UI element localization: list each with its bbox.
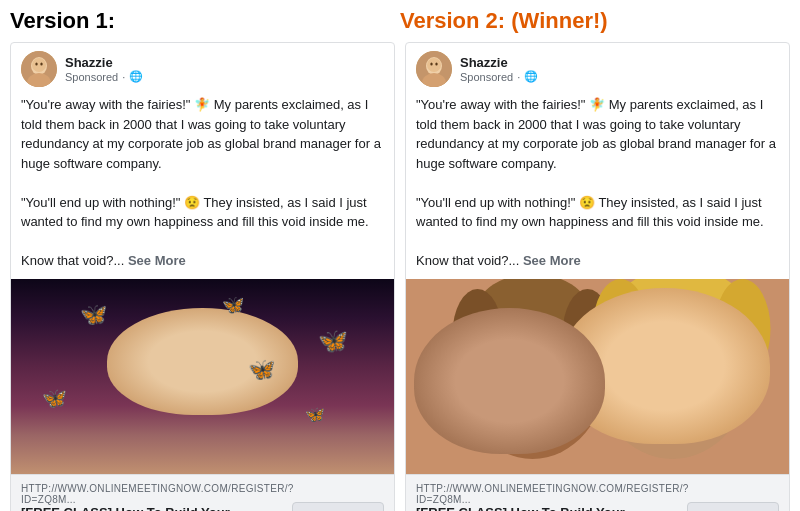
card-v2-link-section: HTTP://WWW.ONLINEMEETINGNOW.COM/REGISTER…	[406, 474, 789, 512]
butterfly-1: 🦋	[80, 302, 107, 328]
svg-point-3	[32, 58, 46, 72]
card-v1-header-text: Shazzie Sponsored · 🌐	[65, 55, 143, 83]
svg-point-27	[563, 289, 613, 379]
page-name-v1: Shazzie	[65, 55, 143, 70]
learn-more-btn-v2[interactable]: Learn More	[687, 502, 779, 511]
v2-face-graphic	[406, 279, 789, 474]
avatar-v1-image	[21, 51, 57, 87]
globe-icon-v2: 🌐	[524, 70, 538, 83]
sponsored-text-v2: Sponsored	[460, 71, 513, 83]
v1-face-graphic: 🦋 🦋 🦋 🦋 🦋 🦋	[11, 279, 394, 474]
link-url-v1: HTTP://WWW.ONLINEMEETINGNOW.COM/REGISTER…	[21, 483, 284, 505]
svg-point-19	[593, 279, 753, 459]
svg-point-15	[493, 307, 573, 391]
link-title-v2: [FREE CLASS] How To Build Your Business	[416, 505, 679, 512]
sponsored-row-v2: Sponsored · 🌐	[460, 70, 538, 83]
avatar-v1	[21, 51, 57, 87]
svg-point-29	[593, 279, 649, 379]
learn-more-btn-v1[interactable]: Learn More	[292, 502, 384, 511]
card-v2-header: Shazzie Sponsored · 🌐	[406, 43, 789, 91]
svg-point-23	[688, 330, 698, 342]
link-title-v1: [FREE CLASS] How To Build Your Business	[21, 505, 284, 512]
globe-icon-v1: 🌐	[129, 70, 143, 83]
card-v1-image: 🦋 🦋 🦋 🦋 🦋 🦋	[11, 279, 394, 474]
svg-point-4	[35, 63, 37, 66]
svg-point-17	[541, 338, 551, 350]
butterfly-2: 🦋	[222, 294, 244, 316]
sponsored-dot-v2: ·	[517, 71, 520, 83]
svg-point-24	[667, 351, 695, 363]
version1-title: Version 1:	[10, 8, 400, 34]
card-v1: Shazzie Sponsored · 🌐 "You're away with …	[10, 42, 395, 511]
svg-point-20	[623, 287, 733, 407]
link-url-v2: HTTP://WWW.ONLINEMEETINGNOW.COM/REGISTER…	[416, 483, 679, 505]
svg-point-22	[662, 331, 672, 343]
svg-point-18	[521, 359, 545, 369]
avatar-v2	[416, 51, 452, 87]
butterfly-4: 🦋	[42, 386, 67, 410]
butterfly-5: 🦋	[305, 405, 325, 424]
page-container: Version 1: Version 2: (Winner!)	[0, 0, 800, 511]
card-v2-image	[406, 279, 789, 474]
card-v1-header: Shazzie Sponsored · 🌐	[11, 43, 394, 91]
card-v2: Shazzie Sponsored · 🌐 "You're away with …	[405, 42, 790, 511]
cards-row: Shazzie Sponsored · 🌐 "You're away with …	[10, 42, 790, 511]
svg-point-10	[430, 63, 432, 66]
butterfly-6: 🦋	[248, 357, 275, 383]
svg-point-28	[621, 279, 741, 329]
svg-point-9	[427, 58, 441, 72]
sponsored-dot-v1: ·	[122, 71, 125, 83]
sponsored-row-v1: Sponsored · 🌐	[65, 70, 143, 83]
svg-point-16	[515, 338, 525, 350]
card-v1-body: "You're away with the fairies!" 🧚 My par…	[11, 91, 394, 279]
svg-point-30	[715, 279, 771, 379]
card-v1-link-info: HTTP://WWW.ONLINEMEETINGNOW.COM/REGISTER…	[21, 483, 284, 512]
version2-title: Version 2: (Winner!)	[400, 8, 790, 34]
svg-point-11	[435, 63, 437, 66]
svg-point-26	[453, 289, 503, 379]
page-name-v2: Shazzie	[460, 55, 538, 70]
titles-row: Version 1: Version 2: (Winner!)	[10, 8, 790, 34]
svg-point-21	[638, 297, 724, 387]
card-v2-body: "You're away with the fairies!" 🧚 My par…	[406, 91, 789, 279]
card-v2-link-info: HTTP://WWW.ONLINEMEETINGNOW.COM/REGISTER…	[416, 483, 679, 512]
avatar-v2-image	[416, 51, 452, 87]
see-more-v1[interactable]: See More	[128, 253, 186, 268]
svg-point-5	[40, 63, 42, 66]
card-v1-link-section: HTTP://WWW.ONLINEMEETINGNOW.COM/REGISTER…	[11, 474, 394, 512]
butterfly-3: 🦋	[318, 327, 348, 355]
sponsored-text-v1: Sponsored	[65, 71, 118, 83]
card-v2-header-text: Shazzie Sponsored · 🌐	[460, 55, 538, 83]
see-more-v2[interactable]: See More	[523, 253, 581, 268]
